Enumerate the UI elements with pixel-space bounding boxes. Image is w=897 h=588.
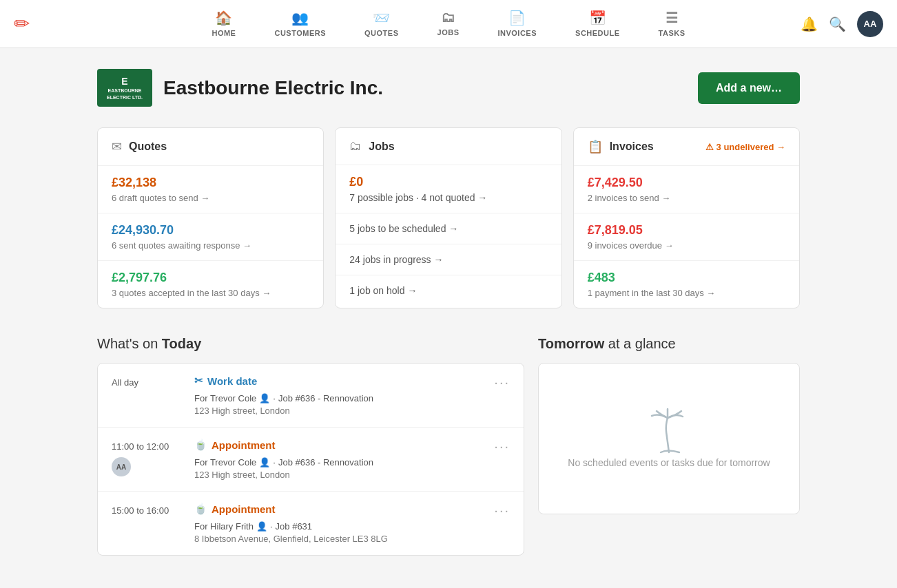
company-logo-text: EASTBOURNEELECTRIC LTD. bbox=[107, 87, 143, 101]
quotes-card-icon: ✉ bbox=[112, 139, 122, 154]
person-icon: 👤 bbox=[259, 393, 270, 403]
jobs-link-2: 5 jobs to be scheduled → bbox=[349, 223, 547, 234]
event-3-col: 🍵 Appointment ··· For Hilary Frith 👤 · J… bbox=[194, 503, 510, 544]
search-icon[interactable]: 🔍 bbox=[829, 16, 846, 32]
invoices-card: 📋 Invoices ⚠ 3 undelivered → £7,429.50 2… bbox=[573, 127, 800, 308]
jobs-row-3[interactable]: 24 jobs in progress → bbox=[336, 244, 561, 275]
invoices-row-1[interactable]: £7,429.50 2 invoices to send → bbox=[574, 166, 799, 213]
event-2-job: Job #636 - Rennovation bbox=[278, 457, 373, 468]
event-3-menu[interactable]: ··· bbox=[494, 503, 510, 518]
today-label-bold: Today bbox=[162, 336, 201, 351]
invoices-amount-2: £7,819.05 bbox=[588, 223, 785, 238]
person-icon-2: 👤 bbox=[259, 457, 270, 468]
schedule-event-1: All day ✂ Work date ··· For Trevor Cole … bbox=[98, 364, 524, 428]
event-3-location: 8 Ibbetson Avenue, Glenfield, Leicester … bbox=[194, 534, 510, 544]
invoices-card-icon: 📋 bbox=[588, 139, 603, 154]
bell-icon[interactable]: 🔔 bbox=[801, 16, 818, 32]
event-2-time: 11:00 to 12:00 AA bbox=[112, 439, 181, 476]
event-2-col: 🍵 Appointment ··· For Trevor Cole 👤 · Jo… bbox=[194, 439, 510, 480]
event-3-icon: 🍵 bbox=[194, 503, 207, 515]
invoices-link-3: 1 payment in the last 30 days → bbox=[588, 288, 785, 298]
tomorrow-card: No scheduled events or tasks due for tom… bbox=[538, 363, 800, 514]
nav-item-jobs[interactable]: 🗂 JOBS bbox=[418, 4, 479, 44]
invoices-card-header: 📋 Invoices ⚠ 3 undelivered → bbox=[574, 128, 799, 166]
invoices-amount-1: £7,429.50 bbox=[588, 176, 785, 190]
jobs-link-4: 1 job on hold → bbox=[349, 285, 547, 296]
event-2-time-text: 11:00 to 12:00 bbox=[112, 441, 181, 452]
quotes-amount-2: £24,930.70 bbox=[112, 223, 309, 238]
event-3-type: 🍵 Appointment bbox=[194, 503, 275, 515]
event-1-header: ✂ Work date ··· bbox=[194, 375, 510, 390]
invoices-alert-badge[interactable]: ⚠ 3 undelivered → bbox=[705, 142, 785, 152]
event-2-location: 123 High street, London bbox=[194, 470, 510, 480]
jobs-row-4[interactable]: 1 job on hold → bbox=[336, 275, 561, 306]
nav-item-tasks[interactable]: ☰ TASKS bbox=[639, 4, 705, 44]
nav-label-quotes: QUOTES bbox=[364, 29, 398, 37]
quotes-amount-3: £2,797.76 bbox=[112, 271, 309, 285]
nav-item-quotes[interactable]: 📨 QUOTES bbox=[345, 4, 417, 44]
quotes-row-3[interactable]: £2,797.76 3 quotes accepted in the last … bbox=[98, 261, 323, 308]
nav-label-schedule: SCHEDULE bbox=[575, 29, 620, 37]
invoices-amount-3: £483 bbox=[588, 271, 785, 285]
jobs-amount-1: £0 bbox=[349, 175, 547, 189]
tomorrow-section: Tomorrow at a glance bbox=[538, 336, 800, 556]
event-1-job: Job #636 - Rennovation bbox=[278, 393, 373, 403]
event-1-type: ✂ Work date bbox=[194, 375, 257, 387]
event-2-icon: 🍵 bbox=[194, 439, 207, 451]
tasks-icon: ☰ bbox=[666, 10, 679, 26]
jobs-card-title: Jobs bbox=[369, 140, 547, 153]
quotes-link-3: 3 quotes accepted in the last 30 days → bbox=[112, 288, 309, 298]
nav-item-invoices[interactable]: 📄 INVOICES bbox=[478, 4, 556, 44]
tomorrow-section-title: Tomorrow at a glance bbox=[538, 336, 800, 352]
quotes-row-2[interactable]: £24,930.70 6 sent quotes awaiting respon… bbox=[98, 213, 323, 261]
tomorrow-label-suffix: at a glance bbox=[604, 336, 675, 351]
event-1-detail: For Trevor Cole 👤 · Job #636 - Rennovati… bbox=[194, 393, 510, 403]
nav-label-tasks: TASKS bbox=[659, 29, 685, 37]
invoices-row-2[interactable]: £7,819.05 9 invoices overdue → bbox=[574, 213, 799, 261]
palm-tree-icon bbox=[641, 408, 697, 456]
schedule-event-3: 15:00 to 16:00 🍵 Appointment ··· For Hil… bbox=[98, 492, 524, 555]
tomorrow-no-events: No scheduled events or tasks due for tom… bbox=[568, 456, 770, 470]
customers-icon: 👥 bbox=[291, 10, 309, 26]
pencil-icon: ✏ bbox=[14, 12, 30, 35]
today-section: What's on Today All day ✂ Work date ··· bbox=[97, 336, 524, 556]
invoices-card-title: Invoices bbox=[610, 140, 699, 153]
add-new-button[interactable]: Add a new… bbox=[698, 72, 800, 104]
avatar[interactable]: AA bbox=[857, 11, 883, 37]
event-3-for: For Hilary Frith bbox=[194, 521, 254, 532]
event-1-location: 123 High street, London bbox=[194, 406, 510, 416]
event-3-type-label: Appointment bbox=[212, 503, 275, 515]
invoices-link-2: 9 invoices overdue → bbox=[588, 240, 785, 251]
main-content: E EASTBOURNEELECTRIC LTD. Eastbourne Ele… bbox=[83, 48, 814, 576]
navbar-right: 🔔 🔍 AA bbox=[801, 11, 883, 37]
jobs-link-3: 24 jobs in progress → bbox=[349, 254, 547, 265]
event-3-job: Job #631 bbox=[276, 521, 313, 532]
event-2-avatar: AA bbox=[112, 457, 131, 476]
quotes-link-1: 6 draft quotes to send → bbox=[112, 193, 309, 203]
event-1-menu[interactable]: ··· bbox=[494, 375, 510, 390]
quotes-row-1[interactable]: £32,138 6 draft quotes to send → bbox=[98, 166, 323, 213]
company-logo-letter: E bbox=[107, 75, 143, 87]
jobs-card-icon: 🗂 bbox=[349, 139, 362, 154]
invoices-link-1: 2 invoices to send → bbox=[588, 193, 785, 203]
event-3-detail: For Hilary Frith 👤 · Job #631 bbox=[194, 521, 510, 532]
event-2-detail: For Trevor Cole 👤 · Job #636 - Rennovati… bbox=[194, 457, 510, 468]
nav-items: 🏠 HOME 👥 CUSTOMERS 📨 QUOTES 🗂 JOBS 📄 INV… bbox=[192, 4, 704, 44]
event-2-type: 🍵 Appointment bbox=[194, 439, 275, 451]
event-2-menu[interactable]: ··· bbox=[494, 439, 510, 454]
jobs-row-1[interactable]: £0 7 possible jobs · 4 not quoted → bbox=[336, 165, 561, 213]
invoices-row-3[interactable]: £483 1 payment in the last 30 days → bbox=[574, 261, 799, 308]
jobs-row-2[interactable]: 5 jobs to be scheduled → bbox=[336, 213, 561, 244]
quotes-card-title: Quotes bbox=[129, 140, 309, 153]
cards-grid: ✉ Quotes £32,138 6 draft quotes to send … bbox=[97, 127, 800, 308]
event-1-col: ✂ Work date ··· For Trevor Cole 👤 · Job … bbox=[194, 375, 510, 416]
schedule-event-2: 11:00 to 12:00 AA 🍵 Appointment ··· bbox=[98, 428, 524, 492]
invoices-icon: 📄 bbox=[508, 10, 526, 26]
nav-item-customers[interactable]: 👥 CUSTOMERS bbox=[255, 4, 345, 44]
nav-item-home[interactable]: 🏠 HOME bbox=[192, 4, 255, 44]
nav-label-home: HOME bbox=[212, 29, 236, 37]
jobs-link-1: 7 possible jobs · 4 not quoted → bbox=[349, 192, 547, 203]
nav-item-schedule[interactable]: 📅 SCHEDULE bbox=[556, 4, 639, 44]
event-1-time: All day bbox=[112, 375, 181, 388]
quotes-amount-1: £32,138 bbox=[112, 176, 309, 190]
